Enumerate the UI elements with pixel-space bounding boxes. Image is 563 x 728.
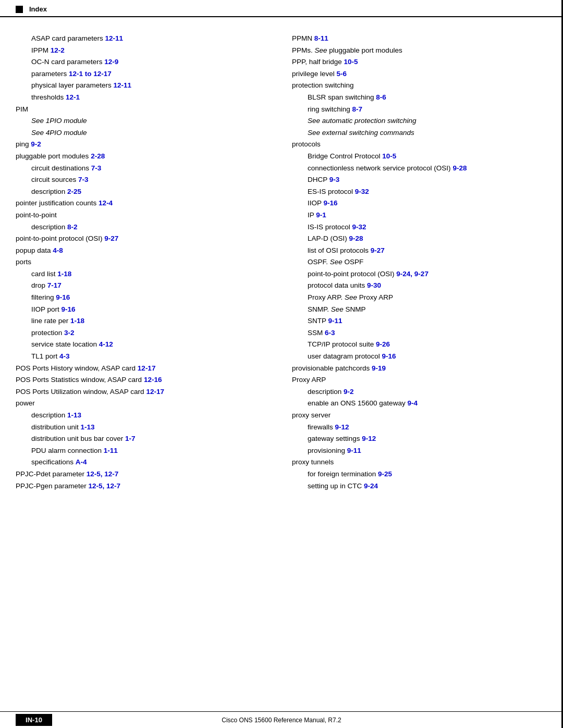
page-link[interactable]: 12-4 (99, 199, 113, 207)
list-item: PPMs. See pluggable port modules (292, 45, 547, 56)
page-link[interactable]: 4-8 (53, 246, 63, 254)
page-link[interactable]: 9-24 (364, 482, 378, 490)
page-link[interactable]: 9-11 (347, 447, 361, 454)
page-link[interactable]: 10-5 (344, 58, 358, 66)
page-link[interactable]: 12-1 (66, 93, 80, 101)
page-link[interactable]: 12-1 to 12-17 (69, 70, 112, 78)
list-item: connectionless network service protocol … (292, 163, 547, 174)
page-link[interactable]: 7-3 (91, 164, 102, 172)
page-link[interactable]: 1-7 (125, 435, 136, 442)
list-item: IP 9-1 (292, 209, 547, 221)
list-item: filtering 9-16 (16, 292, 271, 303)
page-link[interactable]: 9-26 (376, 340, 390, 348)
list-item: setting up in CTC 9-24 (292, 480, 547, 492)
list-item: TL1 port 4-3 (16, 351, 271, 362)
list-item: IPPM 12-2 (16, 45, 271, 56)
list-item: point-to-point (16, 209, 271, 221)
page-link[interactable]: 9-28 (452, 164, 467, 172)
page-link[interactable]: 12-5, 12-7 (87, 470, 119, 478)
page-link[interactable]: 12-9 (104, 58, 118, 66)
list-item: See automatic protection switching (292, 115, 547, 127)
page-link[interactable]: 12-2 (51, 46, 65, 54)
list-item: service state location 4-12 (16, 339, 271, 350)
page-link[interactable]: 9-24, 9-27 (396, 270, 429, 278)
list-item: protocol data units 9-30 (292, 280, 547, 291)
page-link[interactable]: 9-32 (352, 223, 366, 231)
page-number-badge: IN-10 (16, 714, 52, 726)
page-header: Index (0, 0, 563, 17)
list-item: circuit destinations 7-3 (16, 163, 271, 174)
page-link[interactable]: 9-2 (344, 388, 354, 396)
page-link[interactable]: 9-3 (329, 176, 340, 183)
page-link[interactable]: 3-2 (64, 329, 75, 337)
list-item: See 4PIO module (16, 127, 271, 139)
page-link[interactable]: 1-13 (81, 423, 95, 431)
list-item: list of OSI protocols 9-27 (292, 245, 547, 256)
page-link[interactable]: 9-12 (335, 423, 349, 431)
page-link[interactable]: 8-7 (352, 105, 363, 113)
list-item: PIM (16, 104, 271, 115)
list-item: pointer justification counts 12-4 (16, 198, 271, 209)
list-item: proxy tunnels (292, 456, 547, 468)
page-link[interactable]: 9-11 (328, 317, 342, 325)
page-link[interactable]: 6-3 (325, 329, 335, 337)
page-link[interactable]: 9-1 (316, 211, 326, 219)
page-link[interactable]: 9-25 (378, 470, 392, 478)
page-link[interactable]: 12-16 (144, 376, 162, 384)
page-link[interactable]: 9-2 (31, 140, 41, 148)
list-item: proxy server (292, 410, 547, 421)
list-item: ASAP card parameters 12-11 (16, 33, 271, 44)
list-item: line rate per 1-18 (16, 315, 271, 327)
page-link[interactable]: 8-2 (67, 223, 78, 231)
page-link[interactable]: 9-16 (382, 352, 396, 360)
page-link[interactable]: 1-11 (104, 447, 118, 454)
list-item: OSPF. See OSPF (292, 256, 547, 268)
list-item: IIOP 9-16 (292, 198, 547, 209)
list-item: TCP/IP protocol suite 9-26 (292, 339, 547, 350)
list-item: See 1PIO module (16, 115, 271, 127)
page-link[interactable]: 12-17 (146, 388, 164, 396)
page-link[interactable]: 9-16 (324, 199, 338, 207)
list-item: PDU alarm connection 1-11 (16, 445, 271, 456)
list-item: POS Ports History window, ASAP card 12-1… (16, 363, 271, 374)
page-link[interactable]: 8-6 (376, 93, 386, 101)
page-footer: IN-10 Cisco ONS 15600 Reference Manual, … (0, 711, 563, 728)
page-link[interactable]: 8-11 (314, 34, 328, 42)
list-item: pluggable port modules 2-28 (16, 151, 271, 162)
list-item: point-to-point protocol (OSI) 9-27 (16, 233, 271, 244)
page-link[interactable]: 2-25 (67, 188, 81, 195)
page-link[interactable]: 12-11 (105, 34, 124, 42)
page-link[interactable]: 9-28 (349, 235, 363, 242)
page-link[interactable]: 1-13 (67, 411, 81, 419)
page-link[interactable]: 12-11 (114, 81, 132, 89)
page-link[interactable]: 9-27 (371, 246, 385, 254)
page-link[interactable]: 9-32 (355, 188, 369, 195)
page-link[interactable]: 9-16 (62, 305, 76, 313)
page-link[interactable]: 12-17 (138, 364, 156, 372)
list-item: privilege level 5-6 (292, 68, 547, 80)
page-link[interactable]: 4-12 (99, 340, 113, 348)
page-link[interactable]: 12-5, 12-7 (89, 482, 121, 490)
list-item: for foreign termination 9-25 (292, 468, 547, 480)
list-item: enable an ONS 15600 gateway 9-4 (292, 398, 547, 409)
list-item: OC-N card parameters 12-9 (16, 56, 271, 68)
list-item: firewalls 9-12 (292, 422, 547, 433)
page-link[interactable]: 4-3 (59, 352, 70, 360)
page-link[interactable]: 9-19 (372, 364, 386, 372)
page-link[interactable]: 9-30 (367, 281, 381, 289)
page-link[interactable]: A-4 (76, 458, 87, 466)
page-link[interactable]: 10-5 (382, 152, 396, 160)
page-link[interactable]: 5-6 (337, 70, 347, 78)
page-link[interactable]: 1-18 (57, 270, 71, 278)
page-link[interactable]: 9-16 (56, 293, 70, 301)
list-item: description 9-2 (292, 386, 547, 398)
page-link[interactable]: 2-28 (91, 152, 105, 160)
page-link[interactable]: 7-17 (47, 281, 62, 289)
list-item: PPJC-Pdet parameter 12-5, 12-7 (16, 468, 271, 480)
page-link[interactable]: 9-12 (362, 435, 376, 442)
page-link[interactable]: 7-3 (78, 176, 89, 183)
page-link[interactable]: 9-27 (104, 235, 118, 242)
page-link[interactable]: 9-4 (407, 399, 418, 407)
page-link[interactable]: 1-18 (70, 317, 84, 325)
left-column: ASAP card parameters 12-11IPPM 12-2OC-N … (16, 33, 282, 492)
